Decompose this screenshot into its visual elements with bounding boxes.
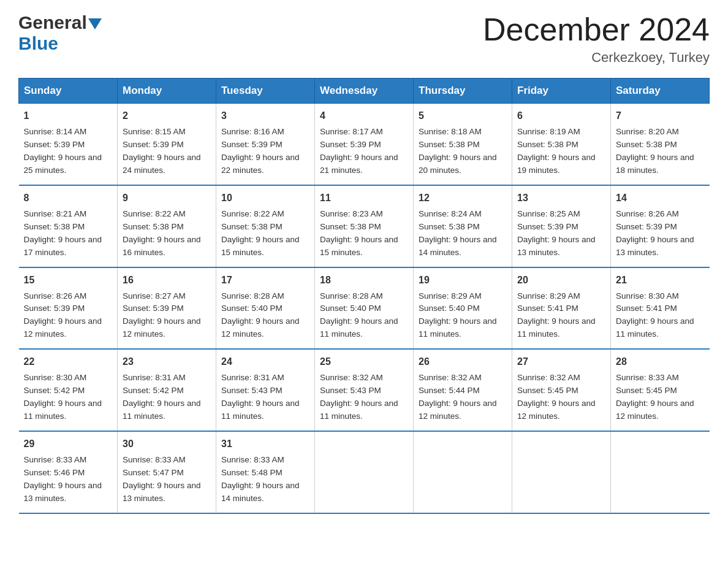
day-info: Sunrise: 8:22 AMSunset: 5:38 PMDaylight:… [123,208,211,259]
calendar-week-row: 1Sunrise: 8:14 AMSunset: 5:39 PMDaylight… [19,104,710,185]
weekday-header-friday: Friday [512,79,611,104]
day-number: 12 [419,191,507,205]
day-number: 22 [24,354,113,369]
day-number: 16 [123,273,211,288]
calendar-cell: 15Sunrise: 8:26 AMSunset: 5:39 PMDayligh… [19,267,118,350]
day-number: 25 [320,354,408,369]
day-info: Sunrise: 8:19 AMSunset: 5:38 PMDaylight:… [517,126,605,177]
day-info: Sunrise: 8:32 AMSunset: 5:44 PMDaylight:… [419,372,507,423]
weekday-header-row: SundayMondayTuesdayWednesdayThursdayFrid… [19,79,710,104]
day-info: Sunrise: 8:33 AMSunset: 5:45 PMDaylight:… [616,372,705,423]
day-info: Sunrise: 8:23 AMSunset: 5:38 PMDaylight:… [320,208,408,259]
location-text: Cerkezkoey, Turkey [483,50,710,66]
day-info: Sunrise: 8:28 AMSunset: 5:40 PMDaylight:… [221,290,309,342]
calendar-cell: 2Sunrise: 8:15 AMSunset: 5:39 PMDaylight… [118,104,216,185]
day-info: Sunrise: 8:28 AMSunset: 5:40 PMDaylight:… [320,290,408,342]
calendar-cell: 19Sunrise: 8:29 AMSunset: 5:40 PMDayligh… [414,267,512,350]
day-number: 8 [24,191,113,205]
day-number: 17 [221,273,309,288]
weekday-header-wednesday: Wednesday [315,79,414,104]
day-number: 31 [221,437,309,451]
day-info: Sunrise: 8:15 AMSunset: 5:39 PMDaylight:… [123,126,211,177]
day-number: 15 [24,273,113,288]
day-info: Sunrise: 8:18 AMSunset: 5:38 PMDaylight:… [419,126,507,177]
day-number: 9 [123,191,211,205]
day-number: 6 [517,109,605,123]
logo-blue-text: Blue [18,33,58,53]
day-number: 7 [616,109,705,123]
calendar-cell: 31Sunrise: 8:33 AMSunset: 5:48 PMDayligh… [216,431,315,513]
calendar-cell: 16Sunrise: 8:27 AMSunset: 5:39 PMDayligh… [118,267,216,350]
calendar-cell: 30Sunrise: 8:33 AMSunset: 5:47 PMDayligh… [118,431,216,513]
day-info: Sunrise: 8:33 AMSunset: 5:46 PMDaylight:… [24,454,113,505]
calendar-cell: 23Sunrise: 8:31 AMSunset: 5:42 PMDayligh… [118,349,216,431]
page-header: General Blue December 2024 Cerkezkoey, T… [18,12,710,66]
day-info: Sunrise: 8:32 AMSunset: 5:43 PMDaylight:… [320,372,408,423]
calendar-cell: 26Sunrise: 8:32 AMSunset: 5:44 PMDayligh… [414,349,512,431]
day-info: Sunrise: 8:21 AMSunset: 5:38 PMDaylight:… [24,208,113,259]
calendar-table: SundayMondayTuesdayWednesdayThursdayFrid… [18,78,710,513]
calendar-week-row: 29Sunrise: 8:33 AMSunset: 5:46 PMDayligh… [19,431,710,513]
day-info: Sunrise: 8:31 AMSunset: 5:42 PMDaylight:… [123,372,211,423]
day-info: Sunrise: 8:17 AMSunset: 5:39 PMDaylight:… [320,126,408,177]
day-info: Sunrise: 8:29 AMSunset: 5:41 PMDaylight:… [517,290,605,342]
day-info: Sunrise: 8:24 AMSunset: 5:38 PMDaylight:… [419,208,507,259]
day-info: Sunrise: 8:33 AMSunset: 5:48 PMDaylight:… [221,454,309,505]
day-number: 28 [616,354,705,369]
calendar-cell [512,431,611,513]
day-number: 30 [123,437,211,451]
day-info: Sunrise: 8:26 AMSunset: 5:39 PMDaylight:… [616,208,705,259]
day-info: Sunrise: 8:20 AMSunset: 5:38 PMDaylight:… [616,126,705,177]
logo-triangle-icon [88,18,102,29]
weekday-header-sunday: Sunday [19,79,118,104]
day-info: Sunrise: 8:30 AMSunset: 5:41 PMDaylight:… [616,290,705,342]
day-info: Sunrise: 8:25 AMSunset: 5:39 PMDaylight:… [517,208,605,259]
day-info: Sunrise: 8:16 AMSunset: 5:39 PMDaylight:… [221,126,309,177]
day-number: 13 [517,191,605,205]
calendar-cell: 28Sunrise: 8:33 AMSunset: 5:45 PMDayligh… [611,349,710,431]
day-info: Sunrise: 8:31 AMSunset: 5:43 PMDaylight:… [221,372,309,423]
day-number: 5 [419,109,507,123]
day-info: Sunrise: 8:14 AMSunset: 5:39 PMDaylight:… [24,126,113,177]
calendar-cell: 9Sunrise: 8:22 AMSunset: 5:38 PMDaylight… [118,185,216,267]
calendar-cell: 11Sunrise: 8:23 AMSunset: 5:38 PMDayligh… [315,185,414,267]
day-number: 27 [517,354,605,369]
calendar-cell: 18Sunrise: 8:28 AMSunset: 5:40 PMDayligh… [315,267,414,350]
day-number: 14 [616,191,705,205]
day-number: 29 [24,437,113,451]
day-number: 18 [320,273,408,288]
title-area: December 2024 Cerkezkoey, Turkey [483,12,710,66]
day-info: Sunrise: 8:29 AMSunset: 5:40 PMDaylight:… [419,290,507,342]
calendar-cell: 1Sunrise: 8:14 AMSunset: 5:39 PMDaylight… [19,104,118,185]
day-info: Sunrise: 8:30 AMSunset: 5:42 PMDaylight:… [24,372,113,423]
day-number: 24 [221,354,309,369]
calendar-cell [315,431,414,513]
calendar-cell: 21Sunrise: 8:30 AMSunset: 5:41 PMDayligh… [611,267,710,350]
calendar-cell: 22Sunrise: 8:30 AMSunset: 5:42 PMDayligh… [19,349,118,431]
day-number: 19 [419,273,507,288]
weekday-header-saturday: Saturday [611,79,710,104]
calendar-cell: 20Sunrise: 8:29 AMSunset: 5:41 PMDayligh… [512,267,611,350]
calendar-cell: 17Sunrise: 8:28 AMSunset: 5:40 PMDayligh… [216,267,315,350]
calendar-cell: 10Sunrise: 8:22 AMSunset: 5:38 PMDayligh… [216,185,315,267]
day-number: 1 [24,109,113,123]
day-info: Sunrise: 8:32 AMSunset: 5:45 PMDaylight:… [517,372,605,423]
day-number: 4 [320,109,408,123]
day-number: 23 [123,354,211,369]
day-number: 3 [221,109,309,123]
calendar-cell: 14Sunrise: 8:26 AMSunset: 5:39 PMDayligh… [611,185,710,267]
calendar-cell: 4Sunrise: 8:17 AMSunset: 5:39 PMDaylight… [315,104,414,185]
day-number: 21 [616,273,705,288]
day-number: 26 [419,354,507,369]
calendar-cell: 24Sunrise: 8:31 AMSunset: 5:43 PMDayligh… [216,349,315,431]
calendar-cell: 25Sunrise: 8:32 AMSunset: 5:43 PMDayligh… [315,349,414,431]
logo: General Blue [18,12,102,54]
day-info: Sunrise: 8:27 AMSunset: 5:39 PMDaylight:… [123,290,211,342]
logo-general-text: General [18,12,87,33]
day-info: Sunrise: 8:26 AMSunset: 5:39 PMDaylight:… [24,290,113,342]
calendar-cell: 27Sunrise: 8:32 AMSunset: 5:45 PMDayligh… [512,349,611,431]
calendar-week-row: 8Sunrise: 8:21 AMSunset: 5:38 PMDaylight… [19,185,710,267]
calendar-cell: 8Sunrise: 8:21 AMSunset: 5:38 PMDaylight… [19,185,118,267]
weekday-header-thursday: Thursday [414,79,512,104]
calendar-cell: 5Sunrise: 8:18 AMSunset: 5:38 PMDaylight… [414,104,512,185]
